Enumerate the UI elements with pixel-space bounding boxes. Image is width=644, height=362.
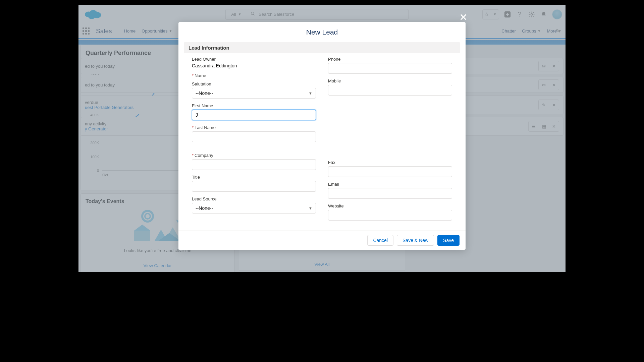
lead-owner-value: Cassandra Eddington: [192, 63, 316, 68]
chevron-down-icon: ▼: [309, 91, 312, 95]
form-grid: Lead Owner Cassandra Eddington Name Salu…: [184, 53, 460, 231]
company-input[interactable]: [192, 159, 316, 170]
modal-footer: Cancel Save & New Save: [178, 231, 466, 250]
website-input[interactable]: [328, 210, 452, 221]
mobile-input[interactable]: [328, 85, 452, 96]
new-lead-modal: New Lead Lead Information Lead Owner Cas…: [178, 22, 466, 250]
select-value: --None--: [196, 90, 213, 96]
first-name-input[interactable]: [192, 110, 316, 120]
modal-title: New Lead: [178, 22, 466, 42]
last-name-label: Last Name: [192, 125, 316, 130]
fax-label: Fax: [328, 160, 452, 165]
modal-body: Lead Information Lead Owner Cassandra Ed…: [178, 42, 466, 231]
mobile-label: Mobile: [328, 78, 452, 83]
company-label: Company: [192, 153, 316, 158]
chevron-down-icon: ▼: [309, 206, 312, 210]
lead-source-label: Lead Source: [192, 196, 316, 201]
title-label: Title: [192, 175, 316, 180]
name-label: Name: [192, 73, 316, 78]
salutation-label: Salutation: [192, 81, 316, 86]
save-button[interactable]: Save: [437, 235, 460, 246]
website-label: Website: [328, 203, 452, 208]
phone-label: Phone: [328, 57, 452, 62]
last-name-input[interactable]: [192, 131, 316, 142]
fax-input[interactable]: [328, 166, 452, 177]
select-value: --None--: [196, 205, 213, 211]
lead-owner-label: Lead Owner: [192, 57, 316, 62]
modal-close-icon[interactable]: ✕: [459, 11, 468, 23]
form-right-column: Phone Mobile Fax Email: [328, 57, 452, 225]
email-input[interactable]: [328, 188, 452, 199]
first-name-label: First Name: [192, 103, 316, 108]
title-input[interactable]: [192, 181, 316, 192]
form-left-column: Lead Owner Cassandra Eddington Name Salu…: [192, 57, 316, 225]
email-label: Email: [328, 182, 452, 187]
cancel-button[interactable]: Cancel: [367, 235, 393, 246]
phone-input[interactable]: [328, 63, 452, 74]
salutation-select[interactable]: --None-- ▼: [192, 88, 316, 99]
section-header: Lead Information: [184, 42, 460, 53]
save-and-new-button[interactable]: Save & New: [397, 235, 434, 246]
lead-source-select[interactable]: --None-- ▼: [192, 203, 316, 214]
